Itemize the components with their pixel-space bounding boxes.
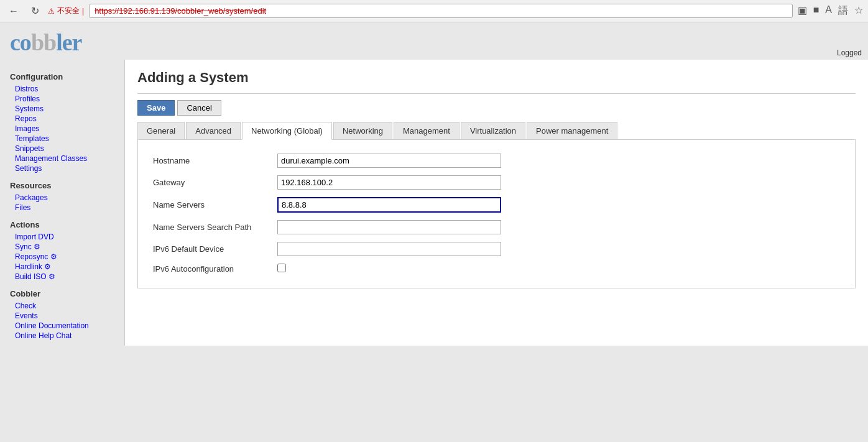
sidebar-item-packages[interactable]: Packages	[10, 193, 114, 203]
sidebar-section-configuration: Configuration	[10, 72, 114, 81]
tab-general[interactable]: General	[137, 122, 185, 139]
grid-icon[interactable]: ■	[813, 4, 820, 17]
form-row-ipv6-default-device: IPv6 Default Device	[148, 238, 583, 260]
sidebar-item-events[interactable]: Events	[10, 311, 114, 321]
form-row-name-servers: Name Servers	[148, 193, 583, 216]
sidebar-item-import-dvd[interactable]: Import DVD	[10, 232, 114, 242]
input-ipv6-default-device[interactable]	[277, 242, 501, 256]
sidebar-item-build-iso[interactable]: Build ISO ⚙	[10, 272, 114, 282]
sidebar-item-settings[interactable]: Settings	[10, 163, 114, 173]
tabs-bar: General Advanced Networking (Global) Net…	[137, 122, 856, 140]
page-wrapper: Logged cobbler Configuration Distros Pro…	[0, 22, 868, 442]
sidebar-item-reposync[interactable]: Reposync ⚙	[10, 252, 114, 262]
tab-power-management[interactable]: Power management	[527, 122, 617, 139]
checkbox-ipv6-autoconf[interactable]	[277, 264, 286, 272]
browser-chrome: ← ↻ ⚠ 不安全 | https://192.168.91.139/cobbl…	[0, 0, 868, 22]
tab-management[interactable]: Management	[394, 122, 459, 139]
form-row-name-servers-search-path: Name Servers Search Path	[148, 216, 583, 238]
sidebar-section-cobbler: Cobbler	[10, 289, 114, 298]
sidebar-item-hardlink[interactable]: Hardlink ⚙	[10, 262, 114, 272]
sidebar-item-repos[interactable]: Repos	[10, 114, 114, 124]
label-name-servers-search-path: Name Servers Search Path	[148, 216, 272, 238]
logo-text: co	[10, 29, 31, 55]
logo-text2: bb	[31, 29, 56, 55]
label-name-servers: Name Servers	[148, 193, 272, 216]
tab-advanced[interactable]: Advanced	[186, 122, 241, 139]
cobbler-logo: cobbler	[10, 29, 81, 56]
input-hostname[interactable]	[277, 154, 501, 168]
logo-area: cobbler	[0, 22, 868, 60]
logged-label: Logged	[837, 48, 862, 57]
translate-icon[interactable]: 語	[838, 4, 848, 17]
input-name-servers[interactable]	[277, 197, 501, 213]
input-name-servers-search-path[interactable]	[277, 220, 501, 234]
label-ipv6-default-device: IPv6 Default Device	[148, 238, 272, 260]
tab-networking[interactable]: Networking	[333, 122, 392, 139]
cancel-button[interactable]: Cancel	[177, 100, 221, 116]
input-gateway[interactable]	[277, 175, 501, 190]
form-row-hostname: Hostname	[148, 150, 583, 172]
sidebar-item-check[interactable]: Check	[10, 301, 114, 311]
form-row-ipv6-autoconf: IPv6 Autoconfiguration	[148, 260, 583, 278]
label-gateway: Gateway	[148, 172, 272, 193]
save-button[interactable]: Save	[137, 100, 175, 116]
sidebar-section-actions: Actions	[10, 220, 114, 229]
display-icon[interactable]: ▣	[798, 4, 807, 17]
bookmark-icon[interactable]: ☆	[854, 4, 863, 17]
form-table: Hostname Gateway Name Serv	[148, 150, 583, 278]
browser-action-icons: ▣ ■ A 語 ☆	[798, 4, 863, 17]
security-indicator: ⚠ 不安全 |	[48, 6, 84, 16]
sidebar-item-systems[interactable]: Systems	[10, 104, 114, 114]
content-area: Adding a System Save Cancel General Adva…	[124, 60, 868, 346]
sidebar-item-distros[interactable]: Distros	[10, 84, 114, 94]
address-bar[interactable]: https://192.168.91.139/cobbler_web/syste…	[89, 4, 793, 18]
action-buttons: Save Cancel	[137, 100, 856, 116]
label-hostname: Hostname	[148, 150, 272, 172]
tab-content-networking-global: Hostname Gateway Name Serv	[137, 140, 856, 288]
sidebar: Configuration Distros Profiles Systems R…	[0, 60, 124, 346]
sidebar-item-online-docs[interactable]: Online Documentation	[10, 321, 114, 331]
sidebar-item-profiles[interactable]: Profiles	[10, 94, 114, 104]
page-title: Adding a System	[137, 70, 856, 86]
sidebar-item-images[interactable]: Images	[10, 124, 114, 134]
sidebar-item-templates[interactable]: Templates	[10, 134, 114, 144]
sidebar-item-files[interactable]: Files	[10, 203, 114, 213]
label-ipv6-autoconf: IPv6 Autoconfiguration	[148, 260, 272, 278]
sidebar-section-resources: Resources	[10, 181, 114, 190]
title-divider	[137, 93, 856, 94]
sidebar-item-online-help[interactable]: Online Help Chat	[10, 331, 114, 341]
form-row-gateway: Gateway	[148, 172, 583, 193]
warning-icon: ⚠	[48, 7, 55, 16]
tab-virtualization[interactable]: Virtualization	[461, 122, 525, 139]
reload-button[interactable]: ↻	[27, 4, 43, 18]
font-icon[interactable]: A	[825, 4, 832, 17]
main-layout: Configuration Distros Profiles Systems R…	[0, 60, 868, 346]
sidebar-item-management-classes[interactable]: Management Classes	[10, 154, 114, 163]
logo-text3: ler	[56, 29, 81, 55]
tab-networking-global[interactable]: Networking (Global)	[242, 122, 332, 140]
separator: |	[82, 7, 84, 16]
sidebar-item-snippets[interactable]: Snippets	[10, 144, 114, 154]
sidebar-item-sync[interactable]: Sync ⚙	[10, 242, 114, 252]
back-button[interactable]: ←	[5, 4, 22, 18]
security-label: 不安全	[57, 6, 80, 16]
